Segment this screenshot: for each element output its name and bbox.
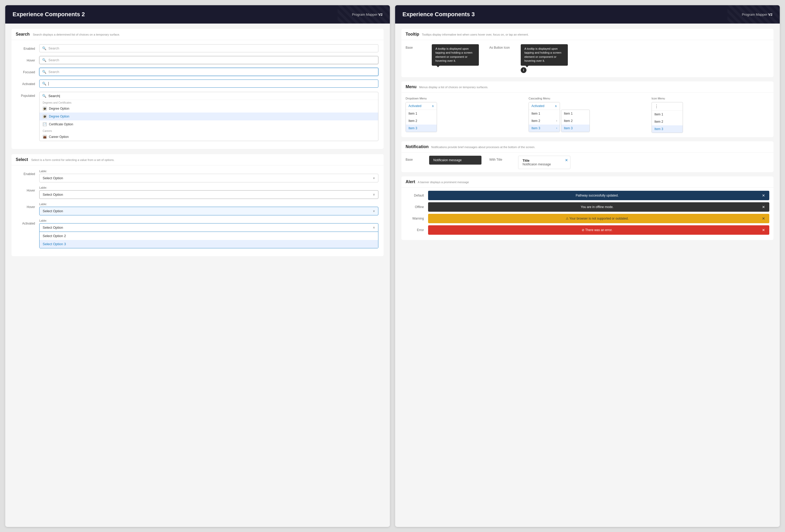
tooltip-section: Tooltip Tooltips display informative tex… (401, 29, 774, 77)
tooltip-button-text: A tooltip is displayed upon tapping and … (521, 44, 568, 66)
tooltip-row: Base A tooltip is displayed upon tapping… (401, 40, 774, 77)
menu-cascading-item2[interactable]: Item 2 › (529, 117, 560, 125)
alert-offline-close[interactable]: ✕ (762, 205, 765, 209)
search-enabled-wrap: 🔍 Search (39, 44, 378, 52)
left-panel-title: Experience Components 2 (12, 11, 85, 18)
alert-default-close[interactable]: ✕ (762, 194, 765, 198)
career-icon: 💼 (43, 135, 47, 139)
alert-error-bar: ⊘ There was an error. ✕ (428, 225, 769, 235)
menu-dropdown-item1[interactable]: Item 1 (406, 110, 437, 117)
search-focused-text: Search (48, 70, 59, 74)
menu-cascading-box: Activated ∧ Item 1 Item 2 › Item 3 (529, 102, 560, 132)
alert-default-row: Default Pathway successfully updated. ✕ (406, 191, 769, 200)
search-activated-wrap: 🔍 (39, 80, 378, 88)
search-enabled-label: Enabled (17, 44, 35, 51)
menu-dropdown-label: Dropdown Menu (406, 97, 523, 100)
select-enabled-label: Enabled (17, 170, 35, 176)
icon-menu-item2[interactable]: Item 2 (652, 118, 683, 125)
select-enabled-wrap: Lable: Select Option ∨ (39, 170, 378, 182)
tooltip-base-label: Base (406, 44, 421, 49)
menu-cascading-item1[interactable]: Item 1 (529, 110, 560, 117)
search-activated-input[interactable]: 🔍 (39, 80, 378, 88)
icon-menu-trigger[interactable]: ⋮ (652, 102, 683, 111)
select-hover1-wrap: Lable: Select Option ∨ (39, 186, 378, 199)
select-section-header: Select Select is a form control for sele… (11, 154, 384, 166)
search-dropdown-input-row[interactable]: 🔍 Search| (40, 92, 378, 100)
notif-title-label: With Title (489, 156, 510, 161)
alert-title: Alert (406, 179, 415, 184)
select-enabled-chevron: ∨ (373, 176, 375, 180)
select-hover1-input[interactable]: Select Option ∨ (39, 190, 378, 199)
dropdown-item-cert[interactable]: 📄 Certificate Option (40, 120, 378, 128)
menu-cascading-label: Cascading Menu (529, 97, 646, 100)
select-hover2-wrap: Lable: Select Option ∨ (39, 203, 378, 216)
search-populated-text: Search| (48, 94, 60, 98)
alert-warning-label: Warning (406, 217, 424, 220)
search-activated-row: Activated 🔍 (17, 80, 378, 88)
alert-offline-row: Offline You are in offline mode. ✕ (406, 202, 769, 212)
search-hover-input[interactable]: 🔍 Search (39, 56, 378, 64)
search-populated-icon: 🔍 (42, 94, 46, 98)
select-hover1-row: Hover Lable: Select Option ∨ (17, 186, 378, 199)
menu-cascading-wrap: Activated ∧ Item 1 Item 2 › Item 3 (529, 102, 646, 132)
search-section-header: Search Search displays a determined list… (11, 29, 384, 40)
select-option-3[interactable]: Select Option 3 (40, 240, 378, 248)
menu-area: Dropdown Menu Activated ∧ Item 1 Item 2 … (401, 93, 774, 137)
search-section-desc: Search displays a determined list of cho… (33, 33, 120, 36)
menu-cascading-submenu: Item 1 Item 2 Item 3 (561, 110, 590, 132)
search-populated-label: Populated (17, 91, 35, 98)
notif-title-text: Title (523, 158, 566, 162)
dropdown-item-degree2[interactable]: 🎓 Degree Option (40, 112, 378, 120)
alert-section-header: Alert A banner displays a prominent mess… (401, 176, 774, 187)
tooltip-as-button-wrap: A tooltip is displayed upon tapping and … (521, 44, 568, 73)
right-panel-body: Tooltip Tooltips display informative tex… (395, 24, 780, 526)
alert-warning-row: Warning ⚠ Your browser is not supported … (406, 214, 769, 223)
menu-cascading-chevron-right2: › (556, 127, 557, 129)
search-section-title: Search (16, 32, 30, 36)
menu-title: Menu (406, 84, 416, 89)
search-focused-wrap: 🔍 Search (39, 68, 378, 76)
notif-base-label: Base (406, 156, 421, 161)
tooltip-base-bubble: A tooltip is displayed upon tapping and … (432, 44, 479, 66)
icon-menu-item3[interactable]: Item 3 (652, 125, 683, 133)
tooltip-button-label: As Button Icon (489, 44, 510, 49)
select-enabled-row: Enabled Lable: Select Option ∨ (17, 170, 378, 182)
menu-cascading-header[interactable]: Activated ∧ (529, 102, 560, 110)
menu-dropdown-item3[interactable]: Item 3 (406, 125, 437, 132)
alert-rows: Default Pathway successfully updated. ✕ … (401, 187, 774, 240)
menu-sub-item1[interactable]: Item 1 (561, 110, 589, 117)
alert-error-close[interactable]: ✕ (762, 228, 765, 232)
menu-sub-item3[interactable]: Item 3 (561, 125, 589, 132)
left-panel: Experience Components 2 Program Mapper V… (5, 5, 390, 527)
menu-cascading-item3[interactable]: Item 3 › (529, 125, 560, 132)
dropdown-item-degree1[interactable]: 🎓 Degree Option (40, 105, 378, 112)
search-hover-label: Hover (17, 56, 35, 62)
menu-dropdown-box: Activated ∧ Item 1 Item 2 Item 3 (406, 102, 437, 132)
icon-menu-item1[interactable]: Item 1 (652, 111, 683, 118)
notification-title: Notification (406, 145, 429, 149)
search-section: Search Search displays a determined list… (11, 29, 384, 149)
dropdown-item-career[interactable]: 💼 Career Option (40, 133, 378, 141)
notif-close-btn[interactable]: ✕ (565, 158, 568, 162)
select-hover2-input[interactable]: Select Option ∨ (39, 207, 378, 216)
alert-error-row: Error ⊘ There was an error. ✕ (406, 225, 769, 235)
menu-cascading-col: Cascading Menu Activated ∧ Item 1 Item 2 (529, 97, 646, 133)
select-section-desc: Select is a form control for selecting a… (31, 158, 115, 161)
tooltip-info-icon[interactable]: i (521, 67, 527, 73)
select-hover1-lable: Lable: (39, 186, 378, 189)
menu-dropdown-header[interactable]: Activated ∧ (406, 102, 437, 110)
search-enabled-input[interactable]: 🔍 Search (39, 44, 378, 52)
left-panel-body: Search Search displays a determined list… (5, 24, 390, 526)
search-hover-wrap: 🔍 Search (39, 56, 378, 64)
menu-sub-item2[interactable]: Item 2 (561, 117, 589, 125)
menu-section-header: Menu Menus display a list of choices on … (401, 81, 774, 93)
select-activated-input[interactable]: Select Option ∧ (39, 223, 378, 232)
alert-default-label: Default (406, 194, 424, 197)
select-option-2[interactable]: Select Option 2 (40, 232, 378, 240)
search-focused-input[interactable]: 🔍 Search (39, 68, 378, 76)
select-activated-wrap: Lable: Select Option ∧ Select Option 2 S… (39, 219, 378, 248)
alert-warning-close[interactable]: ✕ (762, 217, 765, 221)
menu-dropdown-item2[interactable]: Item 2 (406, 117, 437, 125)
select-enabled-input[interactable]: Select Option ∨ (39, 174, 378, 182)
select-section-title: Select (16, 157, 28, 162)
